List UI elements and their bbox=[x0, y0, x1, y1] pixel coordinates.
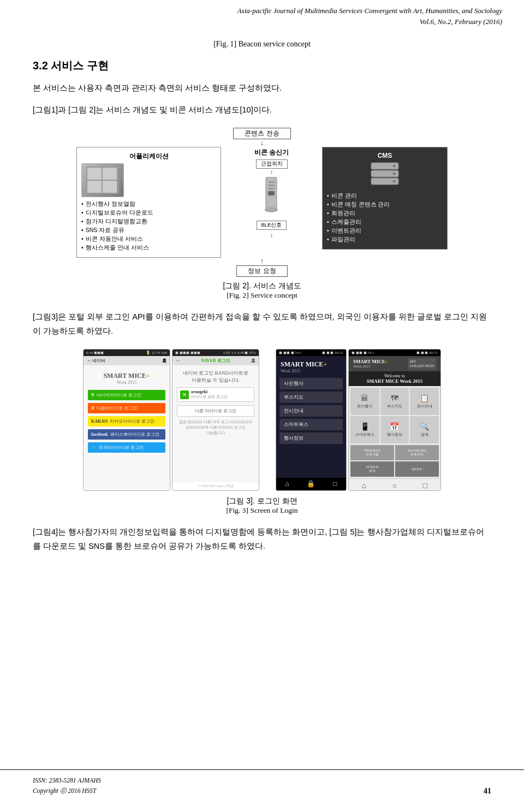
grid-cell-6[interactable]: 🔍 검색 bbox=[410, 416, 439, 443]
twitter-login-btn[interactable]: 🐦 트위터아이디로 로그인 bbox=[88, 442, 165, 453]
naver-id-input[interactable]: N orangeki 아이디로 관위 로그인 bbox=[177, 387, 254, 402]
left-col-title: 어플리케이션 bbox=[81, 152, 216, 161]
nav-lock-icon[interactable]: 🔒 bbox=[307, 480, 315, 488]
login-body: SMART MICE+ Week 2015 N 네이버아이디로 로그인 D 다음… bbox=[84, 365, 170, 490]
paragraph2: [그림1]과 [그림 2]는 서비스 개념도 및 비콘 서비스 개념도[10]이… bbox=[33, 103, 491, 117]
extra-program[interactable]: PROGRAM 프로그램 bbox=[350, 445, 394, 460]
smart-mice-home-screen: ◼ ◼◼ ◼ 54:1 ◼ ◼ ◼ 66:31 SMART MICE+ Week… bbox=[348, 349, 441, 491]
square-nav-icon[interactable]: □ bbox=[423, 482, 427, 490]
menu-item-3[interactable]: 전시안내 bbox=[279, 405, 343, 417]
svg-rect-10 bbox=[268, 191, 275, 195]
fig2-caption: [그림 2]. 서비스 개념도 [Fig. 2] Service concept bbox=[33, 281, 491, 300]
extra-qr[interactable]: QR코드 bbox=[395, 461, 439, 477]
lock-nav-icon[interactable]: ○ bbox=[392, 482, 397, 490]
smart-status-bar: ◼ ◼◼ ◼ 54:1 ◼ ◼ ◼ 66:31 bbox=[276, 349, 346, 356]
fig2-caption-english: [Fig. 2] Service concept bbox=[33, 291, 491, 300]
login-nav-bar: ← 네이버 홈 bbox=[84, 356, 170, 365]
fig3-caption-english: [Fig. 3] Screen of Login bbox=[33, 506, 491, 515]
naver-login-btn[interactable]: N 네이버아이디로 로그인 bbox=[88, 390, 165, 400]
diagram-left-col: 어플리케이션 bbox=[76, 147, 221, 258]
menu-item-2[interactable]: 부스지도 bbox=[279, 392, 343, 403]
smart-extra-grid: PROGRAM 프로그램 SIGNATURE 브로슈어 SEARCH 검색 bbox=[349, 445, 440, 478]
smart-mice-logo-area: SMART MICE+ Week 2015 bbox=[88, 370, 165, 387]
diagram-top-label: 콘텐츠 전송 bbox=[233, 128, 290, 139]
left-bullet-3: 참가자 디지털명함교환 bbox=[81, 218, 216, 226]
server-icon-svg bbox=[368, 162, 401, 189]
home-nav-icon[interactable]: ⌂ bbox=[362, 482, 366, 490]
grid-cell-2[interactable]: 🗺 부스지도 bbox=[380, 388, 409, 415]
diagram-main-row: 어플리케이션 bbox=[76, 147, 448, 258]
paragraph4: [그림4]는 행사참가자의 개인정보입력을 통하여 디지털명함에 등록하는 화면… bbox=[33, 525, 491, 553]
svg-rect-3 bbox=[87, 181, 102, 193]
paragraph3: [그림3]은 포털 외부 로그인 API를 이용하여 간편하게 접속을 할 수 … bbox=[33, 310, 491, 338]
smart-mice-screens-group: ◼ ◼◼ ◼ 54:1 ◼ ◼ ◼ 66:31 SMART MICE+ Week… bbox=[276, 349, 441, 491]
svg-point-6 bbox=[265, 207, 278, 212]
diagram-wrapper: 콘텐츠 전송 ↓ 어플리케이션 bbox=[33, 128, 491, 277]
screenshots-row: 9:44 ◼◼◼ 🔋 12:78 AM ← 네이버 홈 SMART MICE+ … bbox=[33, 349, 491, 491]
smart-bottom-nav: ⌂ 🔒 □ bbox=[276, 478, 346, 490]
svg-rect-4 bbox=[103, 181, 117, 193]
naver-status-bar: ◼ ◼◼◼ ◼◼◼ LTE 1:2 4:48 ◼ 95% bbox=[172, 349, 259, 356]
daum-login-btn[interactable]: D 다음아이디로 로그인 bbox=[88, 403, 165, 413]
menu-item-5[interactable]: 행사정보 bbox=[279, 432, 343, 444]
left-bullet-6: 행사스케줄 안내 서비스 bbox=[81, 244, 216, 252]
fig2-caption-korean: [그림 2]. 서비스 개념도 bbox=[33, 281, 491, 291]
svg-rect-1 bbox=[87, 168, 102, 180]
menu-item-4[interactable]: 스마트북스 bbox=[279, 419, 343, 430]
left-bullet-2: 디지털브로슈어 다운로드 bbox=[81, 209, 216, 217]
right-bullet-2: 비콘 매칭 콘텐츠 관리 bbox=[327, 201, 443, 209]
grid-cell-4[interactable]: 📱 스마트북스 bbox=[350, 416, 379, 443]
extra-search[interactable]: SEARCH 검색 bbox=[350, 461, 394, 477]
left-bullet-5: 비콘 자동안내 서비스 bbox=[81, 235, 216, 243]
extra-signature[interactable]: SIGNATURE 브로슈어 bbox=[395, 445, 439, 460]
journal-title: Asia-pacific Journal of Multimedia Servi… bbox=[22, 5, 502, 16]
svg-point-16 bbox=[393, 180, 395, 182]
diagram-middle-col: 비콘 송신기 근접위치 ↑ BLE신호 ↓ bbox=[236, 147, 307, 239]
middle-col-title: 비콘 송신기 bbox=[254, 148, 289, 157]
beacon-device-svg bbox=[259, 177, 284, 221]
right-col-title: CMS bbox=[327, 152, 443, 159]
smart-home-welcome: Welcome to SMART MICE Week 2015 bbox=[349, 371, 440, 386]
badge-ble: BLE신호 bbox=[257, 221, 287, 230]
svg-rect-7 bbox=[268, 181, 275, 183]
fig3-caption-korean: [그림 3]. 로그인 화면 bbox=[33, 496, 491, 506]
page-header: Asia-pacific Journal of Multimedia Servi… bbox=[0, 0, 524, 29]
login-screens-group: 9:44 ◼◼◼ 🔋 12:78 AM ← 네이버 홈 SMART MICE+ … bbox=[83, 349, 259, 491]
menu-item-1[interactable]: 사진행사 bbox=[279, 378, 343, 389]
badge-proximity: 근접위치 bbox=[256, 159, 288, 169]
footer-copyright: Copyright ⓒ 2016 HSST bbox=[33, 786, 101, 796]
fig3-caption: [그림 3]. 로그인 화면 [Fig. 3] Screen of Login bbox=[33, 496, 491, 515]
svg-rect-8 bbox=[268, 185, 275, 186]
right-bullet-1: 비콘 관리 bbox=[327, 192, 443, 200]
footer-left: ISSN: 2383-5281 AJMAHS Copyright ⓒ 2016 … bbox=[33, 775, 101, 796]
paragraph1: 본 서비스는 사용자 측면과 관리자 측면의 서비스 형태로 구성하였다. bbox=[33, 81, 491, 95]
smart-home-grid: 🏛 전시행사 🗺 부스지도 📋 전시안내 📱 bbox=[349, 386, 440, 445]
grid-cell-3[interactable]: 📋 전시안내 bbox=[410, 388, 439, 415]
kakao-login-btn[interactable]: KAKAO 카카오아이디로 로그인 bbox=[88, 416, 165, 426]
right-bullet-4: 스케줄관리 bbox=[327, 218, 443, 226]
svg-rect-9 bbox=[268, 188, 275, 189]
svg-point-14 bbox=[393, 165, 395, 167]
grid-cell-1[interactable]: 🏛 전시행사 bbox=[350, 388, 379, 415]
smart-mice-login-screen: 9:44 ◼◼◼ 🔋 12:78 AM ← 네이버 홈 SMART MICE+ … bbox=[83, 349, 170, 491]
grid-cell-5[interactable]: 📅 행사정보 bbox=[380, 416, 409, 443]
naver-oauth-screen: ◼ ◼◼◼ ◼◼◼ LTE 1:2 4:48 ◼ 95% ← NAVER 로그인… bbox=[172, 349, 259, 491]
nav-square-icon[interactable]: □ bbox=[333, 480, 337, 488]
section-heading: 3.2 서비스 구현 bbox=[33, 58, 491, 73]
vol-info: Vol.6, No.2, February (2016) bbox=[22, 16, 502, 27]
diagram-container: 콘텐츠 전송 ↓ 어플리케이션 bbox=[33, 128, 491, 277]
diagram-bottom-label: 정보 요청 bbox=[236, 265, 287, 277]
naver-nav-bar: ← NAVER 로그인 홈 bbox=[172, 356, 259, 365]
naver-oauth-body: 네이버 로그인 BAND사이트로이용하실 수 있습니다. N orangeki … bbox=[172, 365, 259, 481]
svg-rect-2 bbox=[103, 168, 117, 180]
diagram-right-col: CMS 비콘 관리 비콘 매칭 콘텐츠 관리 회원관리 스케줄관리 이벤트관리 bbox=[322, 147, 448, 250]
fig1-caption: [Fig. 1] Beacon service concept bbox=[33, 40, 491, 49]
left-bullet-4: SNS 자료 공유 bbox=[81, 227, 216, 234]
left-bullet-1: 전시행사 정보열람 bbox=[81, 200, 216, 208]
other-id-btn[interactable]: 다른 아이디로 로그인 bbox=[177, 405, 254, 417]
facebook-login-btn[interactable]: facebook 페이스북아이디로 로그인 bbox=[88, 429, 165, 440]
smart-menu-list: 사진행사 부스지도 전시안내 스마트북스 행사정보 bbox=[276, 376, 346, 478]
nav-home-icon[interactable]: ⌂ bbox=[285, 480, 289, 488]
right-bullet-5: 이벤트관리 bbox=[327, 227, 443, 235]
smart-mice-menu-screen: ◼ ◼◼ ◼ 54:1 ◼ ◼ ◼ 66:31 SMART MICE+ Week… bbox=[276, 349, 347, 491]
